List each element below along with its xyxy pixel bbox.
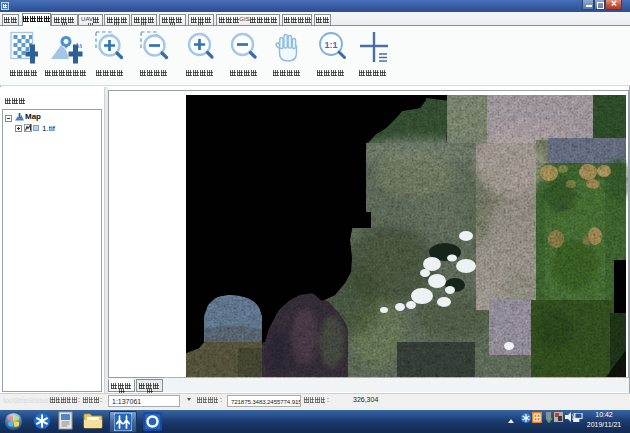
svg-text:1:1: 1:1 [324, 40, 337, 50]
